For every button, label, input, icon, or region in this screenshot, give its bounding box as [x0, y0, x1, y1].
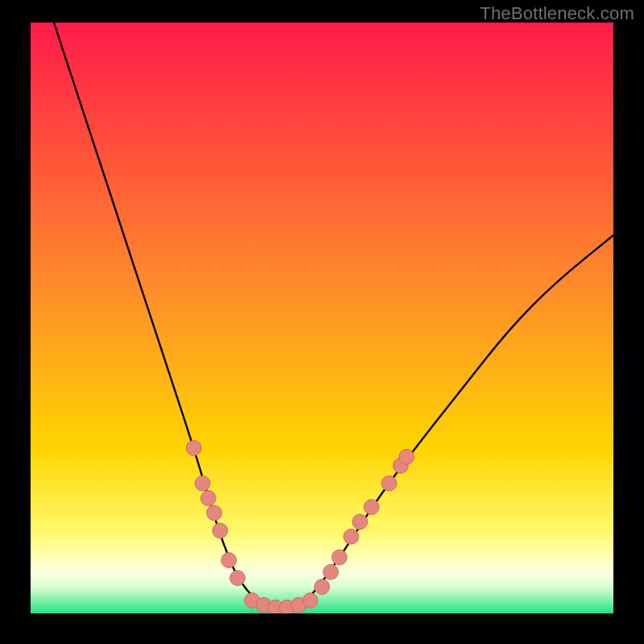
right-dot [332, 550, 347, 565]
watermark-text: TheBottleneck.com [480, 3, 634, 24]
left-dot [213, 523, 228, 539]
right-dot [315, 580, 330, 595]
right-dot [382, 476, 397, 491]
right-dot [364, 500, 379, 515]
chart-frame: TheBottleneck.com [0, 0, 644, 644]
right-dot [344, 529, 359, 544]
left-dot [200, 491, 216, 506]
trough-dot [303, 593, 318, 609]
gradient-background [31, 23, 613, 613]
left-dot [186, 440, 201, 456]
left-dot [230, 571, 246, 586]
left-dot [221, 553, 237, 568]
left-dot [207, 506, 222, 521]
right-dot [399, 449, 415, 464]
left-dot [195, 476, 210, 491]
plot-area [31, 23, 613, 613]
right-dot [353, 514, 368, 530]
right-dot [324, 564, 339, 580]
bottleneck-chart [31, 23, 613, 613]
